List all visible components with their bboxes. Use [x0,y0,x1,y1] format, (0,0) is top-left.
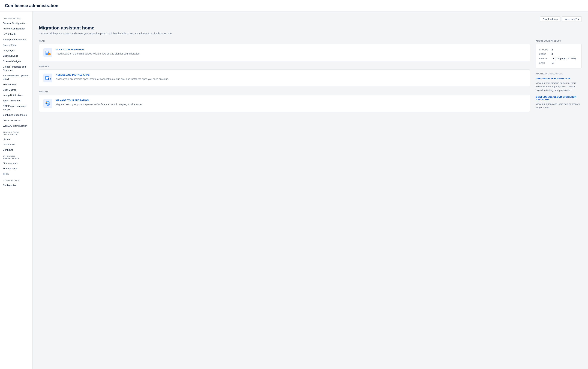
svg-point-18 [46,103,47,104]
assess-icon [43,73,52,82]
svg-point-17 [46,102,47,103]
sidebar-item-office-connector[interactable]: Office Connector [0,118,32,123]
svg-rect-4 [46,53,48,53]
migrate-card-title: MANAGE YOUR MIGRATION [56,99,142,102]
sidebar-item-further-configuration[interactable]: Further Configuration [0,26,32,31]
sidebar-item-gliffy-configuration[interactable]: Configuration [0,183,32,188]
sidebar-item-license[interactable]: License [0,136,32,142]
sidebar-item-spam-prevention[interactable]: Spam Prevention [0,98,32,103]
about-product-box: GROUPS2USERS3SPACES11 (105 pages, 67 MB)… [536,44,582,68]
svg-rect-2 [46,51,49,52]
sidebar-item-source-editor[interactable]: Source Editor [0,42,32,48]
resource-desc-preparing-for-migration: View our best practice guides for more i… [536,81,582,92]
sidebar-item-global-templates-blueprints[interactable]: Global Templates and Blueprints [0,64,32,73]
info-row-groups: GROUPS2 [539,47,578,52]
sidebar-item-configure[interactable]: Configure [0,147,32,153]
about-product-label: ABOUT YOUR PRODUCT [536,40,582,42]
sidebar-item-configure-code-macro[interactable]: Configure Code Macro [0,112,32,118]
sidebar-item-webdav-configuration[interactable]: WebDAV Configuration [0,123,32,129]
prepare-card-title: ASSESS AND INSTALL APPS [56,73,169,76]
top-bar: Give feedback Need help? ▾ [39,16,582,22]
main-layout: CONFIGURATIONGeneral ConfigurationFurthe… [0,11,588,369]
need-help-label: Need help? [565,18,577,20]
info-key: USERS [539,53,551,55]
sidebar-item-latex-math[interactable]: LaTeX Math [0,31,32,37]
prepare-card[interactable]: ASSESS AND INSTALL APPS Assess your on-p… [39,70,530,86]
info-val: 3 [551,53,553,55]
need-help-button[interactable]: Need help? ▾ [562,16,582,22]
migrate-section-label: MIGRATE [39,91,530,93]
page-title: Migration assistant home [39,25,582,31]
main-cards: PLAN ✓ PLAN YOUR [39,40,530,114]
sidebar-item-languages[interactable]: Languages [0,48,32,53]
info-val: 17 [551,62,554,64]
sidebar-item-in-app-notifications[interactable]: In-app Notifications [0,92,32,98]
sidebar: CONFIGURATIONGeneral ConfigurationFurthe… [0,11,33,369]
content-area: PLAN ✓ PLAN YOUR [39,40,582,114]
resource-link-confluence-cloud-migration-assistant[interactable]: CONFLUENCE CLOUD MIGRATION ASSISTANT [536,96,582,101]
sidebar-section-gliffy-plugin: GLIFFY PLUGIN [0,177,32,183]
sidebar-section-visibility-for-confluence: VISIBILITY FOR CONFLUENCE [0,129,32,136]
main-content: Give feedback Need help? ▾ Migration ass… [33,11,588,369]
migrate-card-body: MANAGE YOUR MIGRATION Migrate users, gro… [56,99,142,106]
plan-card-body: PLAN YOUR MIGRATION Read Atlassian's pla… [56,48,140,56]
sidebar-panel: ABOUT YOUR PRODUCT GROUPS2USERS3SPACES11… [536,40,582,113]
migrate-icon [43,99,52,108]
svg-rect-9 [46,77,49,79]
plan-section-label: PLAN [39,40,530,42]
sidebar-item-shortcut-links[interactable]: Shortcut Links [0,53,32,59]
info-key: GROUPS [539,49,551,51]
plan-card-title: PLAN YOUR MIGRATION [56,48,140,51]
plan-card-desc: Read Atlassian's planning guides to lear… [56,52,140,56]
sidebar-item-pdf-export-language-support[interactable]: PDF Export Language Support [0,103,32,112]
resource-desc-confluence-cloud-migration-assistant: View our guides and learn how to prepare… [536,102,582,110]
page-header: Confluence administration [0,0,588,11]
plan-icon: ✓ [43,48,52,57]
info-row-spaces: SPACES11 (105 pages, 67 MB) [539,56,578,61]
info-key: SPACES [539,58,551,60]
sidebar-item-recommended-updates-email[interactable]: Recommended Updates Email [0,73,32,82]
sidebar-item-get-started[interactable]: Get Started [0,142,32,147]
plan-card[interactable]: ✓ PLAN YOUR MIGRATION Read Atlassian's p… [39,44,530,61]
prepare-section-label: PREPARE [39,65,530,67]
sidebar-item-osgi[interactable]: OSGi [0,172,32,177]
migrate-card[interactable]: MANAGE YOUR MIGRATION Migrate users, gro… [39,95,530,112]
sidebar-item-find-new-apps[interactable]: Find new apps [0,161,32,166]
prepare-card-body: ASSESS AND INSTALL APPS Assess your on-p… [56,73,169,81]
chevron-down-icon: ▾ [578,18,579,20]
svg-rect-3 [46,52,48,52]
sidebar-item-general-configuration[interactable]: General Configuration [0,21,32,26]
info-row-apps: APPS17 [539,61,578,65]
info-val: 11 (105 pages, 67 MB) [551,57,576,60]
info-row-users: USERS3 [539,52,578,56]
sidebar-item-external-gadgets[interactable]: External Gadgets [0,59,32,64]
sidebar-item-backup-administration[interactable]: Backup Administration [0,37,32,42]
svg-text:✓: ✓ [49,53,50,55]
give-feedback-button[interactable]: Give feedback [540,16,560,22]
page-header-title: Confluence administration [5,3,583,8]
info-val: 2 [551,48,553,51]
page-subtitle: This tool will help you assess and creat… [39,32,582,35]
resource-link-preparing-for-migration[interactable]: PREPARING FOR MIGRATION [536,77,582,80]
sidebar-section-configuration: CONFIGURATION [0,15,32,21]
additional-resources: ADDITIONAL RESOURCES PREPARING FOR MIGRA… [536,73,582,109]
additional-resources-label: ADDITIONAL RESOURCES [536,73,582,75]
sidebar-section-atlassian-marketplace: ATLASSIAN MARKETPLACE [0,153,32,161]
info-key: APPS [539,62,551,64]
prepare-card-desc: Assess your on-premise apps, create or c… [56,77,169,81]
sidebar-item-user-macros[interactable]: User Macros [0,87,32,93]
sidebar-item-mail-servers[interactable]: Mail Servers [0,82,32,87]
migrate-card-desc: Migrate users, groups and spaces to Conf… [56,103,142,106]
sidebar-item-manage-apps[interactable]: Manage apps [0,166,32,172]
